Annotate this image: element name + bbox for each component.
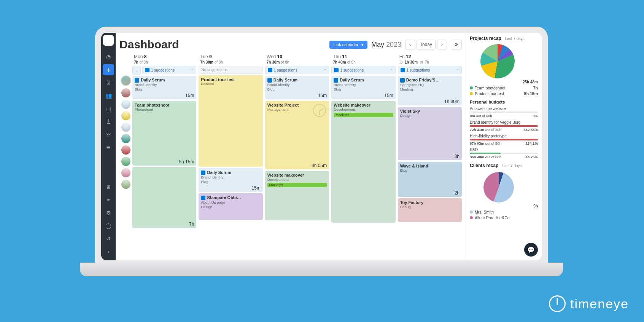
chat-fab-button[interactable]: 💬 <box>524 243 538 257</box>
time-entry-block[interactable]: Website makeoverDevelopmentMockups <box>265 171 329 220</box>
app-sidebar: ◔ ＋ 🗓 👥 ⬚ 🗄 〰 ≣ ♛ ⚭ ⚙ ◯ ↺ › <box>101 33 116 260</box>
time-entry-block[interactable]: Daily ScrumBrand IdentityBlog15m <box>265 76 329 99</box>
projects-recap-total: 25h 48m <box>470 80 538 84</box>
today-button[interactable]: Today <box>417 40 436 49</box>
legend-item: Product tour test5h 15m <box>470 91 538 96</box>
nav-org-icon[interactable]: ⚭ <box>103 194 114 206</box>
suggestions-bar[interactable]: 1 suggestions⌃ <box>265 66 329 74</box>
link-calendar-button[interactable]: Link calendar▾ <box>329 41 367 49</box>
project-color-dot[interactable] <box>121 157 130 166</box>
project-color-dot[interactable] <box>121 88 130 97</box>
projects-recap-pie <box>480 44 515 78</box>
entry-tag: Mockups <box>334 113 393 117</box>
legend-item: Team photoshoot7h <box>470 86 538 90</box>
budget-item: R&D 35h 48m out of 80h44.75% <box>470 148 538 159</box>
entry-duration: 15m <box>384 93 393 98</box>
project-color-dot[interactable] <box>121 100 130 109</box>
project-color-dot[interactable] <box>121 111 130 120</box>
nav-crown-icon[interactable]: ♛ <box>103 181 114 193</box>
current-month-label: May 2023 <box>371 41 401 49</box>
time-entry-block[interactable]: Stampare Obbi…About Us pageDesign <box>199 193 262 220</box>
project-color-rail <box>119 54 132 260</box>
suggestions-bar[interactable]: 1 suggestions⌃ <box>142 66 196 74</box>
project-color-dot[interactable] <box>121 134 130 143</box>
time-entry-block[interactable]: Toy FactoryDebug <box>398 198 462 222</box>
entry-duration: 1h 30m <box>444 99 460 104</box>
suggestions-bar[interactable]: 1 suggestions⌃ <box>398 66 462 74</box>
day-header: Mon 8 <box>134 54 195 59</box>
project-color-dot[interactable] <box>121 180 130 189</box>
nav-box-icon[interactable]: ⬚ <box>103 103 114 114</box>
nav-briefcase-icon[interactable]: 🗄 <box>103 116 114 127</box>
project-color-dot[interactable] <box>121 145 130 155</box>
entry-duration: 4h 05m <box>312 163 327 168</box>
nav-settings-icon[interactable]: ⚙ <box>103 207 114 218</box>
budget-bar <box>470 112 538 113</box>
next-week-button[interactable]: › <box>437 40 447 49</box>
entry-duration: 15m <box>318 93 327 98</box>
chevron-up-icon: ⌃ <box>191 68 194 72</box>
time-entry-block[interactable]: Daily ScrumBrand IdentityBlog15m <box>132 76 196 99</box>
budget-item: An awesome website 0m out of 68h0% <box>470 107 538 118</box>
projects-recap-title: Projects recap <box>470 36 501 41</box>
day-hours-summary: 7h 40m of 8h <box>333 60 394 64</box>
legend-swatch <box>470 92 473 95</box>
entry-duration: 7h <box>189 222 194 227</box>
legend-item: Mrs. Smith <box>470 210 538 214</box>
time-entry-block[interactable]: Wave & IslandBlog2h <box>398 162 462 197</box>
day-column: Mon 87h of 8h⌄1 suggestions⌃Daily ScrumB… <box>132 54 196 260</box>
project-color-dot[interactable] <box>121 123 130 132</box>
time-entry-block[interactable]: Violet SkyDesign3h <box>398 107 462 160</box>
outlook-icon <box>401 68 405 72</box>
view-settings-button[interactable]: ⚙ <box>451 40 462 49</box>
suggestions-bar[interactable]: 1 suggestions⌃ <box>331 66 395 74</box>
nav-timer-icon[interactable]: ◔ <box>103 51 114 62</box>
day-header: Wed 10 <box>267 54 328 59</box>
day-column: Fri 12⏱1h 30m ◔7h1 suggestions⌃Demo Frid… <box>398 54 462 260</box>
outlook-icon <box>400 78 405 83</box>
day-hours-summary: 7h 30m of 8h <box>200 60 261 64</box>
budget-bar <box>470 139 538 140</box>
entry-duration: 15m <box>185 93 194 98</box>
clients-recap-pie <box>483 172 514 202</box>
prev-week-button[interactable]: ‹ <box>405 40 415 49</box>
personal-budgets-title: Personal budgets <box>470 100 538 104</box>
suggestions-bar[interactable]: No suggestions <box>199 66 262 74</box>
entry-tag: Mockups <box>267 183 327 187</box>
outlook-icon <box>145 68 149 72</box>
nav-expand-icon[interactable]: › <box>103 246 114 257</box>
laptop-base <box>80 263 563 276</box>
entry-duration: 5h 15m <box>179 159 194 164</box>
nav-team-icon[interactable]: 👥 <box>103 90 114 101</box>
time-entry-block[interactable]: 7h <box>132 167 196 228</box>
project-color-dot[interactable] <box>121 168 130 177</box>
time-entry-block[interactable]: Team photoshootPhotoshoot5h 15m <box>132 101 196 166</box>
time-entry-block[interactable]: Daily ScrumBrand IdentityBlog15m <box>199 168 262 192</box>
legend-swatch <box>470 86 473 89</box>
day-hours-summary: 7h of 8h <box>134 60 195 64</box>
day-header: Thu 11 <box>333 54 394 59</box>
suggestions-collapse-button[interactable]: ⌄ <box>132 66 141 75</box>
clients-recap-total: 9h <box>470 204 538 208</box>
user-avatar[interactable] <box>121 75 131 86</box>
nav-profile-icon[interactable]: ◯ <box>103 220 114 231</box>
chevron-down-icon: ▾ <box>361 42 364 47</box>
time-entry-block[interactable]: Website makeoverDevelopmentMockups <box>331 101 395 223</box>
day-header: Tue 9 <box>200 54 261 59</box>
time-entry-block[interactable]: Product tour testGeneral <box>199 75 262 167</box>
clients-recap-range: Last 7 days <box>502 164 522 168</box>
day-column: Wed 107h 30m of 8h1 suggestions⌃Daily Sc… <box>265 54 329 260</box>
chevron-up-icon: ⌃ <box>390 68 393 72</box>
nav-add-icon[interactable]: ＋ <box>103 64 114 75</box>
time-entry-block[interactable]: Daily ScrumBrand IdentityBlog15m <box>331 76 395 99</box>
nav-list-icon[interactable]: ≣ <box>103 142 114 153</box>
nav-reports-icon[interactable]: 〰 <box>103 129 114 140</box>
outlook-icon <box>201 196 205 200</box>
insights-panel: Projects recap Last 7 days 25h 48m Team … <box>466 33 542 260</box>
page-title: Dashboard <box>119 38 179 51</box>
nav-calendar-icon[interactable]: 🗓 <box>103 77 114 88</box>
time-entry-block[interactable]: Website ProjectManagement4h 05m <box>265 101 329 169</box>
time-entry-block[interactable]: Demo Friday/S…Springtime HQMeeting1h 30m <box>398 76 462 105</box>
clients-recap-title: Clients recap <box>470 163 498 168</box>
nav-history-icon[interactable]: ↺ <box>103 233 114 244</box>
